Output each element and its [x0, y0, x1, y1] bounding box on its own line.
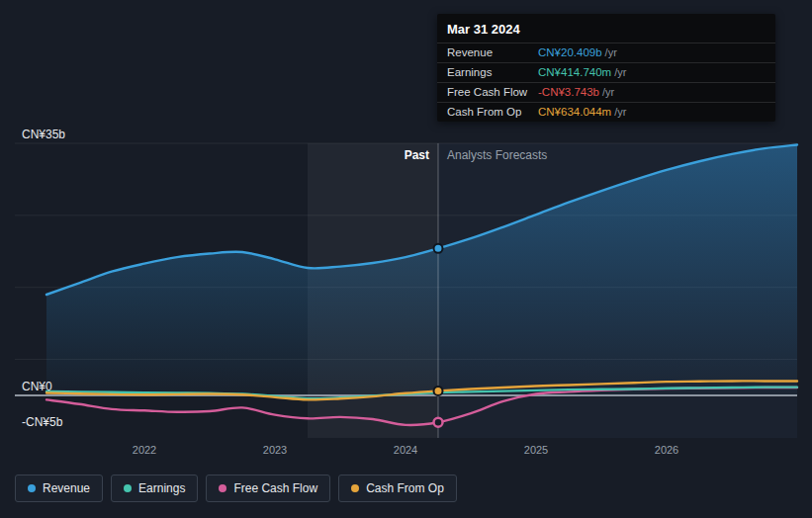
revenue-dot-icon	[28, 484, 36, 492]
tooltip-suffix: /yr	[614, 66, 626, 78]
chart-legend: Revenue Earnings Free Cash Flow Cash Fro…	[0, 465, 812, 512]
tooltip-value: CN¥414.740m	[538, 66, 611, 78]
tooltip-label: Revenue	[447, 46, 538, 58]
chart-tooltip: Mar 31 2024 Revenue CN¥20.409b /yr Earni…	[437, 14, 775, 122]
legend-label: Free Cash Flow	[233, 481, 317, 495]
x-axis-label: 2025	[524, 444, 548, 456]
legend-item-revenue[interactable]: Revenue	[15, 475, 103, 502]
forecast-label: Analysts Forecasts	[447, 148, 547, 162]
earnings-dot-icon	[124, 484, 132, 492]
tooltip-suffix: /yr	[614, 106, 626, 118]
tooltip-label: Earnings	[447, 66, 538, 78]
past-label: Past	[405, 148, 429, 162]
x-axis-label: 2024	[394, 444, 417, 456]
y-axis-label: CN¥0	[22, 380, 52, 393]
tooltip-row-earnings: Earnings CN¥414.740m /yr	[437, 62, 775, 82]
legend-label: Earnings	[138, 481, 185, 495]
tooltip-row-free-cash-flow: Free Cash Flow -CN¥3.743b /yr	[437, 82, 775, 102]
x-axis-label: 2026	[655, 444, 678, 456]
tooltip-suffix: /yr	[605, 46, 617, 58]
x-axis-label: 2022	[133, 444, 156, 456]
free-cash-flow-dot-icon	[219, 484, 226, 492]
cash-from-op-marker	[434, 387, 443, 395]
legend-label: Cash From Op	[366, 481, 444, 495]
tooltip-label: Free Cash Flow	[447, 86, 538, 98]
cash-from-op-dot-icon	[351, 484, 359, 492]
legend-label: Revenue	[43, 481, 90, 495]
tooltip-date: Mar 31 2024	[437, 14, 775, 43]
legend-item-free-cash-flow[interactable]: Free Cash Flow	[206, 475, 330, 502]
tooltip-value: CN¥20.409b	[538, 46, 602, 58]
chart-area: CN¥35bCN¥0-CN¥5b20222023202420252026 Pas…	[0, 0, 812, 465]
legend-item-cash-from-op[interactable]: Cash From Op	[338, 475, 457, 502]
tooltip-value: CN¥634.044m	[538, 106, 611, 118]
tooltip-suffix: /yr	[602, 86, 614, 98]
x-axis-label: 2023	[263, 444, 287, 456]
revenue-marker	[434, 244, 443, 253]
tooltip-label: Cash From Op	[447, 106, 538, 118]
legend-item-earnings[interactable]: Earnings	[111, 475, 198, 502]
tooltip-value: -CN¥3.743b	[538, 86, 599, 98]
free-cash-flow-marker	[434, 418, 443, 427]
y-axis-label: CN¥35b	[22, 128, 65, 141]
tooltip-row-cash-from-op: Cash From Op CN¥634.044m /yr	[437, 102, 775, 122]
tooltip-row-revenue: Revenue CN¥20.409b /yr	[437, 43, 775, 62]
y-axis-label: -CN¥5b	[22, 415, 62, 429]
